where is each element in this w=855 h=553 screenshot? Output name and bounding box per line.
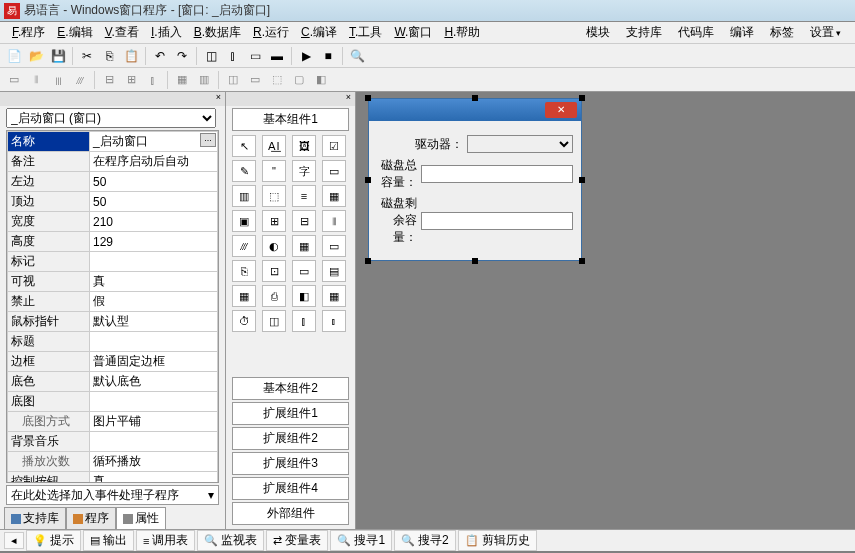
menu-window[interactable]: W.窗口 — [388, 24, 438, 41]
tb-layout2-icon[interactable]: ⫿ — [223, 46, 243, 66]
tb-layout1-icon[interactable]: ◫ — [201, 46, 221, 66]
component-button[interactable]: ▦ — [322, 185, 346, 207]
component-button[interactable]: ▭ — [322, 160, 346, 182]
component-category[interactable]: 扩展组件2 — [232, 427, 349, 450]
btab-tip[interactable]: 💡提示 — [26, 530, 81, 551]
tb-redo-icon[interactable]: ↷ — [172, 46, 192, 66]
al-icon[interactable]: ⫴ — [26, 70, 46, 90]
resize-handle[interactable] — [579, 258, 585, 264]
tb-stop-icon[interactable]: ■ — [318, 46, 338, 66]
tb-run-icon[interactable]: ▶ — [296, 46, 316, 66]
prop-key[interactable]: 左边 — [8, 172, 90, 192]
rmenu-module[interactable]: 模块 — [578, 24, 618, 41]
menu-insert[interactable]: I.插入 — [145, 24, 188, 41]
prop-key[interactable]: 可视 — [8, 272, 90, 292]
component-button[interactable]: ◫ — [262, 310, 286, 332]
resize-handle[interactable] — [579, 177, 585, 183]
design-form[interactable]: ✕ 驱动器： 磁盘总容量： 磁盘剩余容量： — [368, 98, 582, 261]
btab-var[interactable]: ⇄变量表 — [266, 530, 328, 551]
component-button[interactable]: ⊞ — [262, 210, 286, 232]
component-button[interactable]: ≡ — [292, 185, 316, 207]
component-button[interactable]: ⏱ — [232, 310, 256, 332]
menu-view[interactable]: V.查看 — [99, 24, 145, 41]
prop-key[interactable]: 鼠标指针 — [8, 312, 90, 332]
btab-watch[interactable]: 🔍监视表 — [197, 530, 264, 551]
component-button[interactable]: ⫴ — [322, 210, 346, 232]
component-category[interactable]: 扩展组件3 — [232, 452, 349, 475]
al-icon[interactable]: ⊞ — [121, 70, 141, 90]
event-selector[interactable]: 在此处选择加入事件处理子程序▾ — [6, 485, 219, 505]
prop-key[interactable]: 顶边 — [8, 192, 90, 212]
component-button[interactable]: ⫿ — [292, 310, 316, 332]
prop-key[interactable]: 禁止 — [8, 292, 90, 312]
tb-cut-icon[interactable]: ✂ — [77, 46, 97, 66]
prop-value[interactable] — [90, 332, 218, 352]
prop-value[interactable]: 210 — [90, 212, 218, 232]
component-category[interactable]: 扩展组件4 — [232, 477, 349, 500]
dropdown-icon[interactable]: ▾ — [208, 488, 214, 502]
component-button[interactable]: ⫻ — [232, 235, 256, 257]
menu-help[interactable]: H.帮助 — [438, 24, 486, 41]
component-button[interactable]: ▭ — [292, 260, 316, 282]
btab-call[interactable]: ≡调用表 — [136, 530, 195, 551]
panel-close-icon[interactable]: × — [0, 92, 225, 106]
al-icon[interactable]: ⬚ — [267, 70, 287, 90]
btab-find1[interactable]: 🔍搜寻1 — [330, 530, 392, 551]
tb-undo-icon[interactable]: ↶ — [150, 46, 170, 66]
component-button[interactable]: ☑ — [322, 135, 346, 157]
al-icon[interactable]: ◧ — [311, 70, 331, 90]
prop-value[interactable]: 循环播放 — [90, 452, 218, 472]
resize-handle[interactable] — [365, 95, 371, 101]
tb-open-icon[interactable]: 📂 — [26, 46, 46, 66]
prop-value[interactable]: 在程序启动后自动 — [90, 152, 218, 172]
tab-support[interactable]: 支持库 — [4, 507, 66, 529]
resize-handle[interactable] — [365, 177, 371, 183]
component-button[interactable]: ▦ — [322, 285, 346, 307]
menu-compile[interactable]: C.编译 — [295, 24, 343, 41]
prop-value[interactable]: 50 — [90, 172, 218, 192]
component-button[interactable]: ▭ — [322, 235, 346, 257]
component-category[interactable]: 外部组件 — [232, 502, 349, 525]
component-button[interactable]: ▦ — [292, 235, 316, 257]
prop-key[interactable]: 底色 — [8, 372, 90, 392]
tab-properties[interactable]: 属性 — [116, 507, 166, 529]
prop-value[interactable]: 假 — [90, 292, 218, 312]
prop-key[interactable]: 标题 — [8, 332, 90, 352]
tb-find-icon[interactable]: 🔍 — [347, 46, 367, 66]
input-total[interactable] — [421, 165, 573, 183]
prop-value[interactable]: _启动窗口··· — [90, 132, 218, 152]
component-button[interactable]: ⎘ — [232, 260, 256, 282]
prop-more-button[interactable]: ··· — [200, 133, 216, 147]
prop-key[interactable]: 控制按钮 — [8, 472, 90, 484]
al-icon[interactable]: ⫿ — [143, 70, 163, 90]
al-icon[interactable]: ▥ — [194, 70, 214, 90]
al-icon[interactable]: ▭ — [4, 70, 24, 90]
menu-db[interactable]: B.数据库 — [188, 24, 247, 41]
component-button[interactable]: ▣ — [232, 210, 256, 232]
prop-key[interactable]: 底图 — [8, 392, 90, 412]
combo-drive[interactable] — [467, 135, 573, 153]
btab-find2[interactable]: 🔍搜寻2 — [394, 530, 456, 551]
component-button[interactable]: ⊟ — [292, 210, 316, 232]
rmenu-compile[interactable]: 编译 — [722, 24, 762, 41]
prop-key[interactable]: 边框 — [8, 352, 90, 372]
component-button[interactable]: 字 — [292, 160, 316, 182]
prop-value[interactable]: 图片平铺 — [90, 412, 218, 432]
menu-edit[interactable]: E.编辑 — [51, 24, 98, 41]
property-grid[interactable]: 名称_启动窗口···备注在程序启动后自动左边50顶边50宽度210高度129标记… — [6, 130, 219, 483]
component-button[interactable]: " — [262, 160, 286, 182]
prop-value[interactable] — [90, 432, 218, 452]
component-button[interactable]: ◧ — [292, 285, 316, 307]
panel-close-icon[interactable]: × — [226, 92, 355, 106]
prop-value[interactable] — [90, 392, 218, 412]
btab-prev[interactable]: ◂ — [4, 532, 24, 549]
prop-value[interactable] — [90, 252, 218, 272]
prop-value[interactable]: 真 — [90, 472, 218, 484]
prop-value[interactable]: 129 — [90, 232, 218, 252]
prop-key[interactable]: 高度 — [8, 232, 90, 252]
rmenu-settings[interactable]: 设置 — [802, 24, 849, 41]
menu-tool[interactable]: T.工具 — [343, 24, 388, 41]
prop-value[interactable]: 50 — [90, 192, 218, 212]
tb-paste-icon[interactable]: 📋 — [121, 46, 141, 66]
prop-key[interactable]: 名称 — [8, 132, 90, 152]
